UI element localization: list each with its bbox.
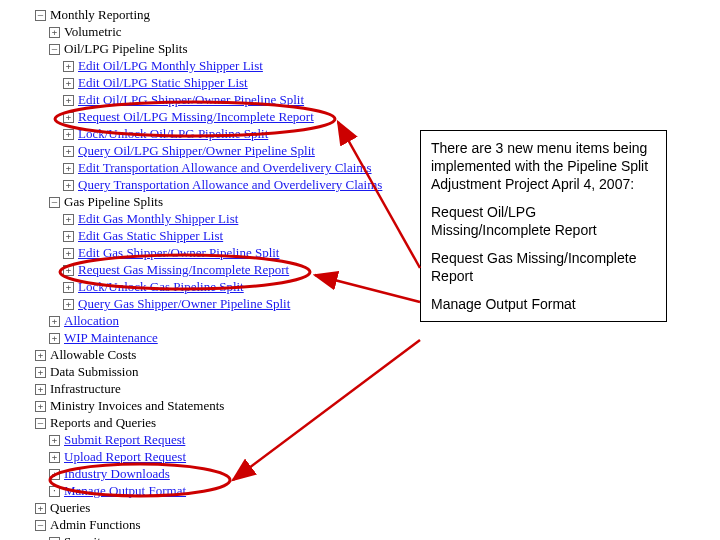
leaf-icon[interactable]	[49, 486, 60, 497]
tree-label[interactable]: Edit Oil/LPG Monthly Shipper List	[78, 58, 263, 73]
expand-icon[interactable]	[35, 503, 46, 514]
tree-label[interactable]: Request Gas Missing/Incomplete Report	[78, 262, 289, 277]
expand-icon[interactable]	[35, 401, 46, 412]
tree-node[interactable]: Volumetric	[49, 23, 382, 40]
tree-node[interactable]: Lock/Unlock Gas Pipeline Split	[63, 278, 382, 295]
expand-icon[interactable]	[63, 248, 74, 259]
tree-label[interactable]: Manage Output Format	[64, 483, 186, 498]
tree-label[interactable]: WIP Maintenance	[64, 330, 158, 345]
tree-node[interactable]: Admin Functions	[35, 516, 382, 533]
expand-icon[interactable]	[63, 129, 74, 140]
tree-node[interactable]: Industry Downloads	[49, 465, 382, 482]
tree-label: Oil/LPG Pipeline Splits	[64, 41, 188, 56]
expand-icon[interactable]	[63, 265, 74, 276]
tree-node[interactable]: Query Transportation Allowance and Overd…	[63, 176, 382, 193]
tree-node[interactable]: Request Gas Missing/Incomplete Report	[63, 261, 382, 278]
expand-icon[interactable]	[35, 350, 46, 361]
tree-node[interactable]: Query Gas Shipper/Owner Pipeline Split	[63, 295, 382, 312]
expand-icon[interactable]	[63, 78, 74, 89]
tree-node[interactable]: Ministry Invoices and Statements	[35, 397, 382, 414]
expand-icon[interactable]	[35, 384, 46, 395]
tree-node[interactable]: Reports and Queries	[35, 414, 382, 431]
callout-box: There are 3 new menu items being impleme…	[420, 130, 667, 322]
tree-node[interactable]: Queries	[35, 499, 382, 516]
tree-node[interactable]: Allocation	[49, 312, 382, 329]
expand-icon[interactable]	[63, 112, 74, 123]
tree-label[interactable]: Lock/Unlock Oil/LPG Pipeline Split	[78, 126, 268, 141]
tree-label: Allowable Costs	[50, 347, 136, 362]
tree-label[interactable]: Lock/Unlock Gas Pipeline Split	[78, 279, 244, 294]
expand-icon[interactable]	[63, 163, 74, 174]
tree-label[interactable]: Query Oil/LPG Shipper/Owner Pipeline Spl…	[78, 143, 315, 158]
tree-label: Admin Functions	[50, 517, 141, 532]
tree-label[interactable]: Edit Oil/LPG Static Shipper List	[78, 75, 248, 90]
tree-node[interactable]: Oil/LPG Pipeline Splits	[49, 40, 382, 57]
tree-node[interactable]: Edit Oil/LPG Monthly Shipper List	[63, 57, 382, 74]
tree-node[interactable]: Edit Gas Shipper/Owner Pipeline Split	[63, 244, 382, 261]
tree-label[interactable]: Edit Gas Shipper/Owner Pipeline Split	[78, 245, 279, 260]
tree-node[interactable]: Infrastructure	[35, 380, 382, 397]
expand-icon[interactable]	[63, 180, 74, 191]
collapse-icon[interactable]	[35, 418, 46, 429]
tree-label[interactable]: Submit Report Request	[64, 432, 185, 447]
tree-node[interactable]: Edit Gas Monthly Shipper List	[63, 210, 382, 227]
tree-label[interactable]: Query Transportation Allowance and Overd…	[78, 177, 382, 192]
expand-icon[interactable]	[35, 367, 46, 378]
tree-node[interactable]: Lock/Unlock Oil/LPG Pipeline Split	[63, 125, 382, 142]
tree-node[interactable]: WIP Maintenance	[49, 329, 382, 346]
tree-label[interactable]: Request Oil/LPG Missing/Incomplete Repor…	[78, 109, 314, 124]
tree-node[interactable]: Request Oil/LPG Missing/Incomplete Repor…	[63, 108, 382, 125]
nav-tree: Monthly ReportingVolumetricOil/LPG Pipel…	[35, 6, 382, 540]
tree-node[interactable]: Edit Transportation Allowance and Overde…	[63, 159, 382, 176]
expand-icon[interactable]	[63, 214, 74, 225]
tree-label: Queries	[50, 500, 90, 515]
callout-item-3: Manage Output Format	[431, 295, 656, 313]
expand-icon[interactable]	[63, 282, 74, 293]
tree-label: Gas Pipeline Splits	[64, 194, 163, 209]
collapse-icon[interactable]	[35, 520, 46, 531]
tree-node[interactable]: Edit Gas Static Shipper List	[63, 227, 382, 244]
tree-node[interactable]: Monthly Reporting	[35, 6, 382, 23]
tree-label[interactable]: Edit Oil/LPG Shipper/Owner Pipeline Spli…	[78, 92, 304, 107]
tree-label[interactable]: Upload Report Request	[64, 449, 186, 464]
tree-label[interactable]: Edit Gas Static Shipper List	[78, 228, 223, 243]
tree-label[interactable]: Query Gas Shipper/Owner Pipeline Split	[78, 296, 290, 311]
tree-label: Monthly Reporting	[50, 7, 150, 22]
tree-label: Security	[64, 534, 107, 540]
expand-icon[interactable]	[49, 316, 60, 327]
expand-icon[interactable]	[63, 95, 74, 106]
tree-node[interactable]: Edit Oil/LPG Static Shipper List	[63, 74, 382, 91]
expand-icon[interactable]	[49, 27, 60, 38]
tree-label[interactable]: Edit Gas Monthly Shipper List	[78, 211, 238, 226]
collapse-icon[interactable]	[49, 44, 60, 55]
callout-item-2: Request Gas Missing/Incomplete Report	[431, 249, 656, 285]
tree-label: Reports and Queries	[50, 415, 156, 430]
tree-node[interactable]: Security	[49, 533, 382, 540]
tree-node[interactable]: Submit Report Request	[49, 431, 382, 448]
expand-icon[interactable]	[63, 61, 74, 72]
collapse-icon[interactable]	[35, 10, 46, 21]
expand-icon[interactable]	[63, 299, 74, 310]
expand-icon[interactable]	[49, 469, 60, 480]
tree-node[interactable]: Edit Oil/LPG Shipper/Owner Pipeline Spli…	[63, 91, 382, 108]
tree-node[interactable]: Manage Output Format	[49, 482, 382, 499]
tree-node[interactable]: Allowable Costs	[35, 346, 382, 363]
tree-label[interactable]: Industry Downloads	[64, 466, 170, 481]
expand-icon[interactable]	[49, 333, 60, 344]
tree-label: Volumetric	[64, 24, 122, 39]
expand-icon[interactable]	[49, 452, 60, 463]
tree-label[interactable]: Allocation	[64, 313, 119, 328]
expand-icon[interactable]	[49, 435, 60, 446]
expand-icon[interactable]	[63, 146, 74, 157]
tree-label: Ministry Invoices and Statements	[50, 398, 224, 413]
tree-node[interactable]: Query Oil/LPG Shipper/Owner Pipeline Spl…	[63, 142, 382, 159]
collapse-icon[interactable]	[49, 197, 60, 208]
tree-label[interactable]: Edit Transportation Allowance and Overde…	[78, 160, 372, 175]
tree-node[interactable]: Gas Pipeline Splits	[49, 193, 382, 210]
callout-item-1: Request Oil/LPG Missing/Incomplete Repor…	[431, 203, 656, 239]
tree-node[interactable]: Data Submission	[35, 363, 382, 380]
expand-icon[interactable]	[63, 231, 74, 242]
tree-label: Data Submission	[50, 364, 138, 379]
tree-label: Infrastructure	[50, 381, 121, 396]
tree-node[interactable]: Upload Report Request	[49, 448, 382, 465]
